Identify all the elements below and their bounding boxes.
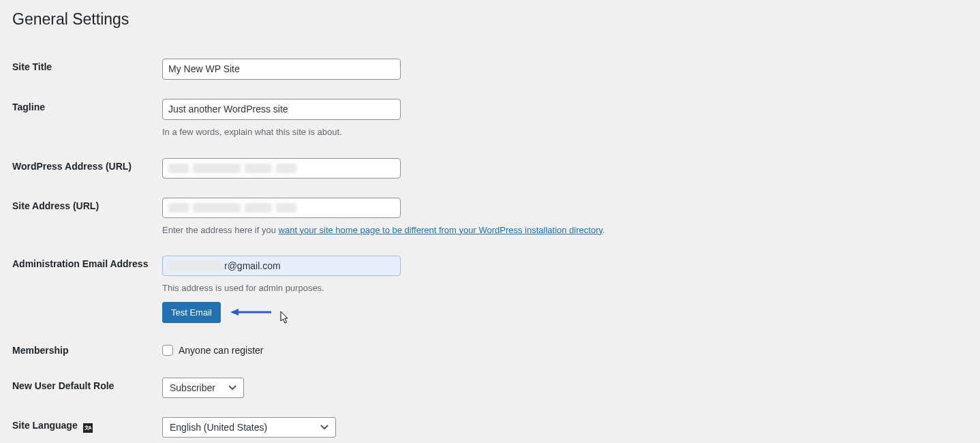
translate-icon [83, 423, 93, 433]
redacted-text [245, 203, 272, 213]
membership-label: Membership [12, 333, 162, 368]
svg-marker-1 [230, 309, 239, 316]
site-language-select[interactable]: English (United States) [162, 417, 336, 438]
redacted-text [168, 164, 189, 173]
redacted-text [193, 203, 241, 213]
tagline-label: Tagline [12, 89, 162, 149]
wp-address-label: WordPress Address (URL) [12, 149, 162, 188]
site-title-input[interactable] [162, 59, 401, 80]
admin-email-description: This address is used for admin purposes. [162, 281, 968, 295]
site-language-label: Site Language [12, 408, 162, 443]
site-address-help-link[interactable]: want your site home page to be different… [279, 225, 602, 235]
redacted-text [168, 261, 223, 271]
site-address-label: Site Address (URL) [12, 188, 162, 247]
admin-email-label: Administration Email Address [12, 246, 162, 333]
admin-email-input[interactable]: r@gmail.com [162, 256, 401, 276]
redacted-text [276, 203, 296, 213]
page-title: General Settings [12, 10, 968, 29]
settings-form: Site Title Tagline In a few words, expla… [12, 49, 968, 443]
redacted-text [193, 164, 241, 173]
redacted-text [276, 164, 296, 173]
test-email-button[interactable]: Test Email [162, 302, 221, 324]
anyone-register-label[interactable]: Anyone can register [179, 345, 264, 356]
site-address-input[interactable] [162, 198, 401, 218]
tagline-input[interactable] [162, 99, 401, 120]
annotation-arrow-icon [230, 307, 271, 319]
redacted-text [245, 164, 272, 173]
anyone-register-checkbox[interactable] [162, 345, 173, 356]
site-title-label: Site Title [12, 49, 162, 89]
tagline-description: In a few words, explain what this site i… [162, 125, 968, 139]
cursor-icon [280, 311, 290, 326]
site-address-description: Enter the address here if you want your … [162, 224, 968, 237]
redacted-text [168, 203, 189, 213]
default-role-label: New User Default Role [12, 368, 162, 408]
default-role-select[interactable]: Subscriber [162, 378, 244, 398]
wp-address-input[interactable] [162, 158, 401, 179]
